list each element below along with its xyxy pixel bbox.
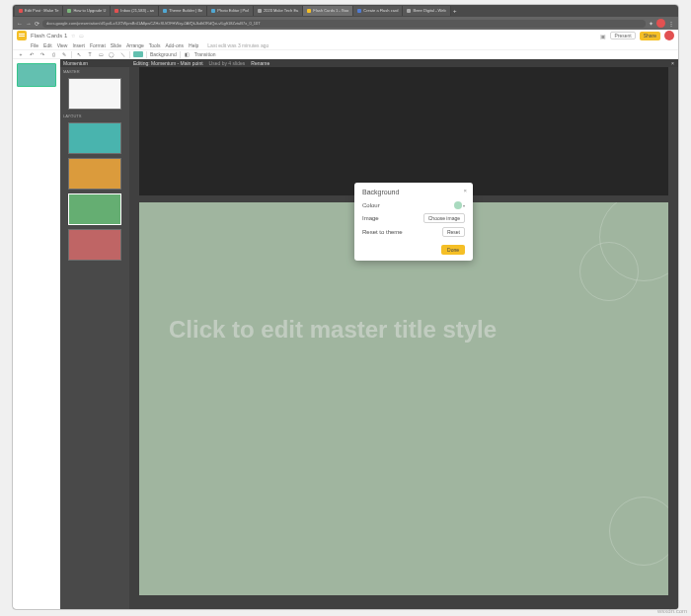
move-icon[interactable]: ▭ xyxy=(79,33,84,38)
menu-tools[interactable]: Tools xyxy=(149,42,161,48)
choose-image-button[interactable]: Choose image xyxy=(423,213,465,223)
new-slide-button[interactable]: + xyxy=(17,51,25,57)
line-button[interactable]: ＼ xyxy=(118,51,126,57)
tab-active[interactable]: Flash Cards 1 - Goo xyxy=(303,6,353,16)
menu-format[interactable]: Format xyxy=(90,42,106,48)
transition-button[interactable]: Transition xyxy=(194,51,216,57)
print-button[interactable]: ⎙ xyxy=(49,51,57,57)
editing-label: Editing: Momentum - Main point xyxy=(133,59,203,67)
new-tab-button[interactable]: + xyxy=(451,8,459,14)
background-button[interactable]: Background xyxy=(150,51,177,57)
close-icon[interactable]: × xyxy=(463,188,467,193)
account-avatar[interactable] xyxy=(664,31,674,40)
textbox-button[interactable]: T xyxy=(86,51,94,57)
comment-icon[interactable]: ▣ xyxy=(600,33,606,39)
doc-header: Flash Cards 1 ☆ ▭ ▣ Present Share xyxy=(13,30,678,41)
menu-help[interactable]: Help xyxy=(189,42,198,48)
colour-swatch-icon xyxy=(454,201,462,209)
filmstrip-bg xyxy=(139,67,668,195)
image-button[interactable]: ▭ xyxy=(97,51,105,57)
menu-icon[interactable]: ⋮ xyxy=(668,20,674,27)
close-theme-icon[interactable]: × xyxy=(671,59,674,67)
star-icon[interactable]: ☆ xyxy=(71,33,75,38)
watermark: wsxdn.com xyxy=(657,608,687,614)
undo-button[interactable]: ↶ xyxy=(28,51,36,57)
master-title-placeholder[interactable]: Click to edit master title style xyxy=(169,316,497,344)
reload-icon[interactable]: ⟳ xyxy=(35,20,39,27)
slide-panel xyxy=(13,59,60,609)
share-button[interactable]: Share xyxy=(640,32,660,40)
fill-color-button[interactable] xyxy=(133,51,143,57)
tab[interactable]: Inbox (21,583) - an xyxy=(111,6,159,16)
canvas-area: Editing: Momentum - Main point Used by 4… xyxy=(129,59,678,609)
theme-title: Momentum xyxy=(60,59,129,67)
theme-master-label: MASTER xyxy=(60,67,129,76)
back-icon[interactable]: ← xyxy=(17,21,23,27)
menu-addons[interactable]: Add-ons xyxy=(165,42,184,48)
transition-icon[interactable]: ◧ xyxy=(184,51,192,57)
tab-strip: Edit Post · Make Te How to Upgrade U Inb… xyxy=(13,5,678,17)
used-by-label: Used by 4 slides xyxy=(209,59,246,67)
theme-thumb[interactable] xyxy=(68,158,121,190)
done-button[interactable]: Done xyxy=(441,245,465,255)
menu-view[interactable]: View xyxy=(57,42,68,48)
url-field[interactable]: docs.google.com/presentation/d/1yx6-xXJO… xyxy=(42,20,646,28)
redo-button[interactable]: ↷ xyxy=(38,51,46,57)
paint-button[interactable]: ✎ xyxy=(60,51,68,57)
menu-slide[interactable]: Slide xyxy=(111,42,121,48)
present-button[interactable]: Present xyxy=(610,32,635,39)
slide-thumb[interactable] xyxy=(17,63,56,87)
rename-link[interactable]: Rename xyxy=(251,59,269,67)
tab[interactable]: Photo Editor | Pixl xyxy=(207,6,254,16)
tab[interactable]: Edit Post · Make Te xyxy=(15,6,63,16)
menu-insert[interactable]: Insert xyxy=(72,42,85,48)
tab[interactable]: Theme Builder | Be xyxy=(159,6,207,16)
profile-avatar[interactable] xyxy=(656,19,665,28)
colour-label: Colour xyxy=(362,202,380,208)
background-dialog: × Background Colour ▾ Image Choose image… xyxy=(354,183,473,261)
shape-button[interactable]: ◯ xyxy=(108,51,115,57)
reset-button[interactable]: Reset xyxy=(442,227,465,237)
theme-thumb[interactable] xyxy=(68,193,121,225)
canvas-header: Editing: Momentum - Main point Used by 4… xyxy=(129,59,678,67)
tab[interactable]: Create a Flash card xyxy=(353,6,403,16)
last-edit-info[interactable]: Last edit was 3 minutes ago xyxy=(207,42,269,48)
tab[interactable]: How to Upgrade U xyxy=(63,6,111,16)
tab[interactable]: 2020 Make Tech Ea xyxy=(254,6,303,16)
menu-bar: File Edit View Insert Format Slide Arran… xyxy=(13,41,678,49)
dialog-title: Background xyxy=(362,189,465,195)
doc-title[interactable]: Flash Cards 1 xyxy=(31,33,67,38)
extension-icon[interactable]: ✦ xyxy=(649,20,653,27)
menu-edit[interactable]: Edit xyxy=(43,42,52,48)
cursor-button[interactable]: ↖ xyxy=(75,51,83,57)
slides-logo-icon[interactable] xyxy=(17,31,27,40)
menu-file[interactable]: File xyxy=(31,42,38,48)
theme-thumb[interactable] xyxy=(68,78,121,110)
theme-layouts-label: LAYOUTS xyxy=(60,112,129,120)
theme-panel: Momentum MASTER LAYOUTS xyxy=(60,59,129,609)
forward-icon[interactable]: → xyxy=(26,21,32,27)
master-slide[interactable]: Click to edit master title style xyxy=(139,202,668,595)
image-label: Image xyxy=(362,215,379,221)
browser-window: Edit Post · Make Te How to Upgrade U Inb… xyxy=(12,4,679,610)
chevron-down-icon: ▾ xyxy=(463,203,465,208)
theme-thumb[interactable] xyxy=(68,122,121,154)
reset-label: Reset to theme xyxy=(362,229,403,235)
url-bar: ← → ⟳ docs.google.com/presentation/d/1yx… xyxy=(13,17,678,30)
theme-thumb[interactable] xyxy=(68,229,121,261)
menu-arrange[interactable]: Arrange xyxy=(126,42,144,48)
colour-picker[interactable]: ▾ xyxy=(454,201,465,209)
toolbar: + ↶ ↷ ⎙ ✎ ↖ T ▭ ◯ ＼ Background ◧ Transit… xyxy=(13,49,678,59)
tab[interactable]: Beee Digital - Web xyxy=(403,6,450,16)
